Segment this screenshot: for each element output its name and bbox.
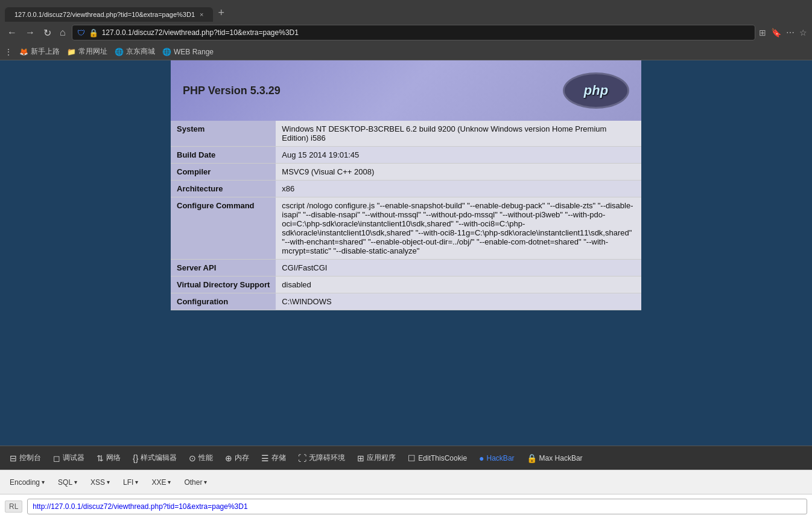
dev-tool-accessibility[interactable]: ⛶ 无障碍环境	[293, 450, 350, 465]
network-icon: ⇅	[97, 453, 104, 463]
php-info-wrapper: PHP Version 5.3.29 php SystemWindows NT …	[171, 60, 641, 446]
row-label: Configuration	[171, 293, 276, 310]
lfi-arrow: ▾	[135, 479, 138, 485]
row-label: Build Date	[171, 147, 276, 164]
maxhackbar-icon: 🔒	[527, 453, 537, 463]
bookmark-label-2: 常用网址	[78, 46, 107, 57]
hackbar-icon: ●	[479, 453, 484, 463]
dev-tool-application[interactable]: ⊞ 应用程序	[352, 450, 401, 465]
row-label: Architecture	[171, 181, 276, 197]
dev-tool-maxhackbar[interactable]: 🔒 Max HackBar	[522, 451, 588, 465]
application-icon: ⊞	[357, 453, 364, 463]
application-label: 应用程序	[367, 453, 396, 463]
row-label: System	[171, 121, 276, 147]
home-button[interactable]: ⌂	[57, 25, 68, 40]
php-version: PHP Version 5.3.29	[183, 85, 281, 97]
bookmark-item-3[interactable]: 🌐 京东商城	[115, 46, 155, 57]
main-content: PHP Version 5.3.29 php SystemWindows NT …	[0, 60, 812, 446]
row-label: Configure Command	[171, 197, 276, 260]
forward-button[interactable]: →	[23, 25, 37, 40]
xxe-label: XXE	[151, 478, 166, 487]
accessibility-icon: ⛶	[298, 453, 306, 463]
table-row: Architecturex86	[171, 181, 641, 197]
bookmark-item-4[interactable]: 🌐 WEB Range	[162, 48, 214, 56]
address-bar[interactable]: 🛡 🔒 127.0.0.1/discuz72/viewthread.php?ti…	[72, 25, 755, 40]
xss-arrow: ▾	[107, 479, 110, 485]
bookmark-label-4: WEB Range	[174, 48, 214, 56]
dev-tool-storage[interactable]: ☰ 存储	[256, 450, 291, 465]
storage-icon: ☰	[261, 453, 269, 463]
dev-tool-console[interactable]: ⊟ 控制台	[5, 450, 46, 465]
style-icon: {}	[133, 453, 138, 463]
active-tab[interactable]: 127.0.0.1/discuz72/viewthread.php?tid=10…	[5, 7, 213, 22]
tab-close-button[interactable]: ×	[200, 11, 203, 18]
address-text: 127.0.0.1/discuz72/viewthread.php?tid=10…	[102, 28, 750, 37]
row-value: C:\WINDOWS	[276, 293, 641, 310]
row-label: Compiler	[171, 164, 276, 181]
row-label: Virtual Directory Support	[171, 277, 276, 293]
grid-icon[interactable]: ⊞	[759, 28, 766, 37]
lock-icon: 🔒	[89, 28, 98, 37]
tab-title: 127.0.0.1/discuz72/viewthread.php?tid=10…	[14, 11, 195, 18]
encoding-arrow: ▾	[42, 479, 45, 485]
dev-tool-hackbar[interactable]: ● HackBar	[474, 451, 519, 465]
refresh-button[interactable]: ↻	[41, 25, 54, 41]
tab-bar: 127.0.0.1/discuz72/viewthread.php?tid=10…	[0, 0, 812, 22]
back-button[interactable]: ←	[5, 25, 19, 40]
dev-tool-network[interactable]: ⇅ 网络	[92, 450, 125, 465]
sql-menu[interactable]: SQL ▾	[53, 476, 82, 489]
table-row: Virtual Directory Supportdisabled	[171, 277, 641, 293]
console-icon: ⊟	[10, 453, 17, 463]
accessibility-label: 无障碍环境	[309, 453, 345, 463]
bookmark-item-2[interactable]: 📁 常用网址	[67, 46, 107, 57]
bookmark-label-1: 新手上路	[31, 46, 60, 57]
bookmark-icon-4: 🌐	[162, 48, 171, 56]
xss-menu[interactable]: XSS ▾	[86, 476, 115, 489]
other-menu[interactable]: Other ▾	[179, 476, 212, 489]
row-value: CGI/FastCGI	[276, 260, 641, 277]
dev-tool-style[interactable]: {} 样式编辑器	[128, 450, 182, 465]
bookmark-item-1[interactable]: 🦊 新手上路	[19, 46, 60, 57]
storage-label: 存储	[271, 453, 286, 463]
row-value: disabled	[276, 277, 641, 293]
xxe-menu[interactable]: XXE ▾	[147, 476, 176, 489]
debugger-label: 调试器	[63, 453, 84, 463]
nav-icons: ⊞ 🔖 ⋯ ☆	[759, 28, 807, 37]
lfi-label: LFI	[123, 478, 133, 487]
dev-toolbar: ⊟ 控制台 ◻ 调试器 ⇅ 网络 {} 样式编辑器 ⊙ 性能 ⊕ 内存 ☰ 存储…	[0, 446, 812, 470]
sql-arrow: ▾	[74, 479, 77, 485]
php-logo: php	[563, 72, 629, 109]
cookie-icon: ☐	[408, 453, 416, 463]
encoding-menu[interactable]: Encoding ▾	[5, 476, 49, 489]
row-value: MSVC9 (Visual C++ 2008)	[276, 164, 641, 181]
table-row: Build DateAug 15 2014 19:01:45	[171, 147, 641, 164]
new-tab-button[interactable]: +	[213, 4, 229, 22]
dev-tool-memory[interactable]: ⊕ 内存	[220, 450, 254, 465]
table-row: CompilerMSVC9 (Visual C++ 2008)	[171, 164, 641, 181]
memory-icon: ⊕	[225, 453, 232, 463]
row-value: x86	[276, 181, 641, 197]
row-value: Aug 15 2014 19:01:45	[276, 147, 641, 164]
maxhackbar-label: Max HackBar	[539, 454, 583, 462]
dev-tool-editthiscookie[interactable]: ☐ EditThisCookie	[403, 451, 472, 465]
other-arrow: ▾	[204, 479, 207, 485]
bookmark-icon[interactable]: 🔖	[771, 28, 781, 37]
php-info-table: SystemWindows NT DESKTOP-B3CRBEL 6.2 bui…	[171, 121, 641, 310]
php-logo-text: php	[584, 83, 608, 98]
shield-icon: 🛡	[77, 28, 85, 37]
dev-tool-debugger[interactable]: ◻ 调试器	[48, 450, 89, 465]
row-value: cscript /nologo configure.js "--enable-s…	[276, 197, 641, 260]
encoding-label: Encoding	[10, 478, 40, 487]
xss-label: XSS	[90, 478, 105, 487]
row-label: Server API	[171, 260, 276, 277]
performance-icon: ⊙	[189, 453, 196, 463]
menu-icon[interactable]: ⋯	[786, 28, 795, 37]
url-input[interactable]	[27, 499, 807, 514]
hackbar-toolbar: Encoding ▾ SQL ▾ XSS ▾ LFI ▾ XXE ▾ Other…	[0, 470, 812, 494]
lfi-menu[interactable]: LFI ▾	[118, 476, 143, 489]
star-icon[interactable]: ☆	[799, 28, 807, 37]
dev-tool-performance[interactable]: ⊙ 性能	[184, 450, 218, 465]
nav-bar: ← → ↻ ⌂ 🛡 🔒 127.0.0.1/discuz72/viewthrea…	[0, 22, 812, 43]
table-row: Configure Commandcscript /nologo configu…	[171, 197, 641, 260]
url-label: RL	[5, 500, 22, 513]
